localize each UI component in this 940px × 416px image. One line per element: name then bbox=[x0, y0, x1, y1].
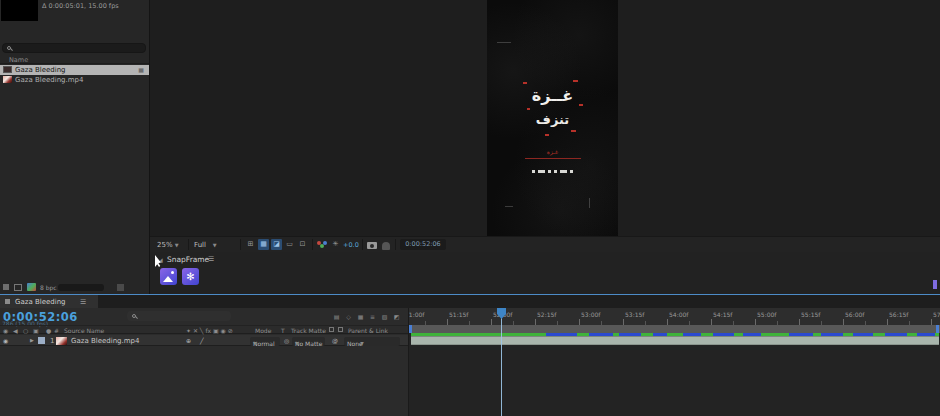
layer-twirl-icon[interactable]: ▶ bbox=[30, 337, 34, 343]
panel-menu-icon[interactable]: ☰ bbox=[80, 298, 86, 306]
red-mark bbox=[527, 108, 530, 110]
exposure-value[interactable]: +0.0 bbox=[343, 241, 359, 249]
parent-link-header[interactable]: Parent & Link bbox=[348, 327, 388, 334]
film-scratch bbox=[505, 206, 513, 207]
composition-icon bbox=[3, 66, 12, 73]
project-item[interactable]: Gaza Bleeding.mp4 bbox=[0, 75, 149, 85]
red-mark bbox=[523, 82, 527, 84]
motion-blur-icon[interactable]: ▧ bbox=[380, 312, 389, 321]
ruler-label: 53:15f bbox=[625, 311, 644, 318]
layer-row[interactable]: ◉ ▶ 1 Gaza Bleeding.mp4 ⊕ ╱ Normal ▼ ◎ N… bbox=[0, 335, 408, 346]
t-column-header[interactable]: T bbox=[281, 327, 285, 334]
ruler-label: 55:15f bbox=[801, 311, 820, 318]
project-search-input[interactable] bbox=[2, 43, 146, 53]
target-icon[interactable]: ⊡ bbox=[297, 239, 308, 250]
snapframe-tab[interactable]: SnapFrame bbox=[167, 255, 209, 264]
snapframe-settings-button[interactable]: ✻ bbox=[182, 268, 199, 285]
work-area-start-marker[interactable] bbox=[409, 325, 412, 333]
toggle-modes-icon[interactable] bbox=[338, 327, 343, 332]
mode-column-header[interactable]: Mode bbox=[255, 327, 271, 334]
project-item-list: Gaza Bleeding▦Gaza Bleeding.mp4 bbox=[0, 65, 149, 85]
transparency-grid-icon[interactable]: ▦ bbox=[258, 239, 269, 250]
lock-column-icon[interactable]: ▣ bbox=[33, 327, 39, 334]
snapshot-camera-icon[interactable] bbox=[367, 242, 377, 249]
interpret-footage-icon[interactable] bbox=[3, 284, 9, 290]
image-icon-dot bbox=[171, 271, 174, 274]
number-column-header[interactable]: # bbox=[54, 327, 59, 334]
film-scratch bbox=[497, 42, 511, 43]
timeline-panel: Gaza Bleeding ☰ 0:00:52:06 786 (15.00 fp… bbox=[0, 295, 940, 416]
layer-mode-dropdown[interactable]: Normal ▼ bbox=[250, 337, 280, 346]
video-column-icon[interactable]: ◉ bbox=[3, 327, 8, 334]
layer-number: 1 bbox=[50, 337, 54, 345]
layer-thumbnail bbox=[56, 337, 67, 345]
project-name-column-header[interactable]: Name bbox=[0, 55, 149, 64]
layer-label-color-chip[interactable] bbox=[38, 337, 45, 344]
new-composition-icon[interactable] bbox=[27, 283, 36, 291]
red-mark bbox=[571, 130, 576, 132]
channel-settings-icon[interactable] bbox=[317, 241, 327, 249]
video-title-line1: غــزة bbox=[487, 86, 618, 105]
ruler-label: 56:00f bbox=[845, 311, 864, 318]
ruler-label: 51:15f bbox=[449, 311, 468, 318]
video-footer-glyphs bbox=[487, 170, 618, 173]
parent-pickwhip-icon[interactable]: @ bbox=[332, 337, 338, 344]
timeline-column-headers: ◉ ◀ ○ ▣ ● # Source Name ✦ ✕ ╲ fx ▣ ◉ ⊘ M… bbox=[0, 325, 408, 334]
layer-duration-bar[interactable] bbox=[411, 336, 939, 345]
resolution-dropdown[interactable]: Full ▼ bbox=[194, 241, 217, 249]
layer-quality-slash-icon[interactable]: ╱ bbox=[200, 337, 204, 344]
magnification-dropdown[interactable]: 25% ▼ bbox=[157, 241, 179, 249]
graph-editor-icon[interactable]: ◩ bbox=[392, 312, 401, 321]
image-icon bbox=[163, 276, 173, 282]
timeline-comp-tab[interactable]: Gaza Bleeding ☰ bbox=[0, 295, 98, 308]
item-info-text: Δ 0:00:05:01, 15.00 fps bbox=[42, 2, 119, 10]
region-of-interest-icon[interactable]: ▭ bbox=[284, 239, 295, 250]
timeline-search-input[interactable] bbox=[127, 311, 231, 321]
grid-guides-icon[interactable]: ⊞ bbox=[245, 239, 256, 250]
video-title-line2: تنزف bbox=[487, 112, 618, 127]
ruler-label: 54:00f bbox=[669, 311, 688, 318]
time-ruler[interactable]: 51:00f51:15f52:00f52:15f53:00f53:15f54:0… bbox=[409, 308, 940, 325]
composition-viewport[interactable]: غــزة تنزف غـزة bbox=[487, 0, 618, 236]
draft-3d-icon[interactable]: ◇ bbox=[344, 312, 353, 321]
comp-timecode[interactable]: 0:00:52:06 bbox=[400, 239, 446, 250]
project-scrollbar-thumb[interactable] bbox=[58, 284, 104, 291]
toggle-switches-icon[interactable] bbox=[329, 327, 334, 332]
show-snapshot-icon[interactable] bbox=[382, 242, 390, 250]
track-matte-header[interactable]: Track Matte bbox=[291, 327, 326, 334]
work-area-bar[interactable] bbox=[409, 325, 940, 333]
label-column-icon[interactable]: ● bbox=[46, 327, 51, 334]
playhead-line bbox=[501, 308, 502, 416]
ruler-label: 52:15f bbox=[537, 311, 556, 318]
work-area-end-marker[interactable] bbox=[936, 325, 939, 333]
track-matte-icon[interactable]: ◎ bbox=[284, 337, 289, 344]
project-panel: Δ 0:00:05:01, 15.00 fps Name Gaza Bleedi… bbox=[0, 0, 150, 294]
footage-thumbnail-icon bbox=[3, 76, 12, 83]
mask-visibility-icon[interactable]: ◪ bbox=[271, 239, 282, 250]
red-mark bbox=[579, 104, 583, 106]
project-bit-depth[interactable]: 8 bpc bbox=[40, 284, 57, 291]
layer-source-name[interactable]: Gaza Bleeding.mp4 bbox=[71, 337, 139, 345]
source-name-header[interactable]: Source Name bbox=[64, 327, 104, 334]
solo-column-icon[interactable]: ○ bbox=[23, 327, 28, 334]
track-matte-dropdown[interactable]: No Matte ▼ bbox=[292, 337, 325, 346]
mini-flowchart-icon[interactable]: ▤ bbox=[332, 312, 341, 321]
frame-blending-icon[interactable]: ≡ bbox=[368, 312, 377, 321]
project-item[interactable]: Gaza Bleeding▦ bbox=[0, 65, 149, 75]
ruler-label: 51:00f bbox=[409, 311, 424, 318]
layer-visibility-eye-icon[interactable]: ◉ bbox=[3, 337, 8, 344]
layer-quality-icon[interactable]: ⊕ bbox=[186, 337, 191, 344]
video-accent-word: غـزة bbox=[487, 148, 618, 155]
panel-menu-icon[interactable]: ☰ bbox=[208, 255, 214, 263]
switches-icons[interactable]: ✦ ✕ ╲ fx ▣ ◉ ⊘ bbox=[186, 327, 233, 334]
ruler-label: 56:15f bbox=[889, 311, 908, 318]
exposure-icon[interactable]: ✳ bbox=[330, 239, 341, 250]
video-accent-underline bbox=[525, 158, 581, 159]
parent-link-dropdown[interactable]: None ▼ bbox=[344, 337, 400, 346]
panel-grip bbox=[117, 284, 124, 291]
audio-column-icon[interactable]: ◀ bbox=[13, 327, 18, 334]
hide-shy-layers-icon[interactable]: ▦ bbox=[356, 312, 365, 321]
snapframe-image-button[interactable] bbox=[160, 268, 177, 285]
new-folder-icon[interactable] bbox=[14, 284, 22, 291]
film-scratch bbox=[589, 198, 590, 208]
